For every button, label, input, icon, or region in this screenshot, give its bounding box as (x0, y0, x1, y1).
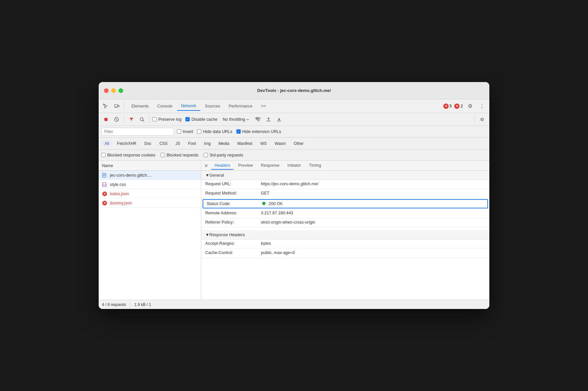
maximize-button[interactable] (119, 88, 123, 93)
throttling-select[interactable]: No throttling (221, 116, 251, 122)
hide-extension-urls-checkbox[interactable]: ✓ (236, 129, 241, 134)
blocked-cookies-checkbox[interactable] (101, 153, 106, 157)
device-icon-btn[interactable] (113, 102, 121, 110)
general-section-header[interactable]: ▼General (201, 171, 489, 180)
file-list-panel: Name jec-cors-demo.glitch.... (99, 161, 201, 300)
header-row-accept-ranges: Accept-Ranges: bytes (201, 239, 489, 249)
blocked-cookies-label[interactable]: Blocked response cookies (101, 153, 155, 157)
tab-more[interactable]: >> (257, 102, 270, 110)
close-button[interactable] (104, 88, 109, 93)
tab-initiator[interactable]: Initiator (284, 162, 304, 170)
third-party-checkbox[interactable] (204, 153, 208, 157)
type-chip-other[interactable]: Other (290, 141, 307, 147)
record-button[interactable]: ⏺ (101, 115, 111, 124)
minimize-button[interactable] (111, 88, 116, 93)
tab-network[interactable]: Network (177, 102, 200, 111)
tab-response[interactable]: Response (258, 162, 283, 170)
devtools-window: DevTools - jec-cors-demo.glitch.me/ Elem… (99, 82, 489, 309)
data-size: 1.9 kB / 1 (134, 302, 151, 307)
toolbar: ⏺ Preserve log ✓ Disable cache (99, 113, 489, 126)
tab-sources[interactable]: Sources (201, 102, 224, 110)
title-bar: DevTools - jec-cors-demo.glitch.me/ (99, 82, 489, 99)
headers-content: ▼General Request URL: https://jec-cors-d… (201, 171, 489, 258)
filter-input[interactable] (101, 128, 174, 136)
file-item-1[interactable]: jec-cors-demo.glitch.... (99, 171, 201, 180)
file-item-4[interactable]: ✕ dummy.json (99, 198, 201, 208)
response-headers-section-header[interactable]: ▼Response Headers (201, 230, 489, 239)
file-name-2: style.css (110, 182, 126, 187)
file-icon-1 (102, 173, 107, 178)
filter-funnel-icon[interactable] (127, 115, 136, 124)
hide-extension-urls-label[interactable]: ✓ Hide extension URLs (236, 129, 281, 134)
error-icon-1: ✕ (443, 104, 449, 109)
filter-options: Invert Hide data URLs ✓ Hide extension U… (177, 129, 281, 134)
file-icon-4: ✕ (102, 200, 107, 206)
search-icon[interactable] (137, 115, 147, 124)
file-icon-3: ✕ (102, 191, 107, 196)
hide-data-urls-checkbox[interactable] (197, 129, 201, 134)
nav-icons (101, 102, 124, 110)
disable-cache-label[interactable]: ✓ Disable cache (185, 117, 218, 122)
type-filter-row: All Fetch/XHR Doc CSS JS Font Img Media … (99, 138, 489, 150)
tab-performance[interactable]: Performance (225, 102, 257, 110)
type-chip-img[interactable]: Img (201, 141, 214, 147)
type-chip-css[interactable]: CSS (156, 141, 171, 147)
invert-checkbox[interactable] (177, 129, 181, 134)
tab-elements[interactable]: Elements (127, 102, 153, 110)
preserve-log-label[interactable]: Preserve log (152, 117, 181, 122)
header-row-cache-control: Cache-Control: public, max-age=0 (201, 249, 489, 258)
type-chip-doc[interactable]: Doc (141, 141, 155, 147)
file-item-2[interactable]: #css style.css (99, 180, 201, 189)
tab-timing[interactable]: Timing (306, 162, 324, 170)
hide-data-urls-label[interactable]: Hide data URLs (197, 129, 232, 134)
blocked-requests-checkbox[interactable] (161, 153, 165, 157)
type-chip-js[interactable]: JS (172, 141, 183, 147)
header-key-request-method: Request Method: (205, 191, 258, 195)
type-chip-fetch-xhr[interactable]: Fetch/XHR (114, 141, 140, 147)
file-item-3[interactable]: ✕ todos.json (99, 189, 201, 198)
header-key-status-code: Status Code: (207, 201, 260, 206)
cursor-icon-btn[interactable] (101, 102, 110, 110)
svg-line-7 (143, 120, 144, 121)
status-dot (262, 202, 266, 205)
tab-console[interactable]: Console (153, 102, 176, 110)
headers-panel: ✕ Headers Preview Response Initiator Tim… (201, 161, 489, 300)
preserve-log-checkbox[interactable] (152, 117, 157, 121)
upload-icon[interactable] (264, 115, 273, 124)
disable-cache-checkbox[interactable]: ✓ (185, 117, 190, 121)
type-chip-ws[interactable]: WS (257, 141, 270, 147)
clear-button[interactable] (112, 115, 121, 124)
type-chip-manifest[interactable]: Manifest (234, 141, 256, 147)
nav-right: ✕ 5 ✕ 2 ⚙ ⋮ (443, 102, 487, 111)
header-row-request-url: Request URL: https://jec-cors-demo.glitc… (201, 180, 489, 189)
toolbar-divider-1 (124, 116, 124, 123)
headers-tabs-bar: ✕ Headers Preview Response Initiator Tim… (201, 161, 489, 171)
svg-rect-11 (277, 121, 281, 121)
tab-headers[interactable]: Headers (211, 162, 233, 170)
svg-rect-1 (115, 105, 118, 107)
type-chip-font[interactable]: Font (185, 141, 199, 147)
type-chip-media[interactable]: Media (215, 141, 233, 147)
third-party-label[interactable]: 3rd-party requests (204, 153, 243, 157)
svg-rect-0 (103, 104, 104, 105)
invert-label[interactable]: Invert (177, 129, 193, 134)
wifi-icon[interactable] (253, 115, 263, 124)
file-name-1: jec-cors-demo.glitch.... (110, 173, 152, 178)
more-options-icon[interactable]: ⋮ (477, 102, 487, 111)
close-panel-button[interactable]: ✕ (203, 162, 210, 169)
header-value-accept-ranges: bytes (261, 241, 271, 246)
tab-preview[interactable]: Preview (235, 162, 256, 170)
type-chip-wasm[interactable]: Wasm (271, 141, 289, 147)
type-chip-all[interactable]: All (101, 141, 112, 147)
header-value-request-url: https://jec-cors-demo.glitch.me/ (261, 182, 318, 186)
blocked-requests-label[interactable]: Blocked requests (161, 153, 198, 157)
window-title: DevTools - jec-cors-demo.glitch.me/ (257, 88, 331, 93)
header-key-request-url: Request URL: (205, 182, 258, 186)
download-icon[interactable] (274, 115, 284, 124)
network-settings-icon[interactable]: ⚙ (477, 115, 487, 124)
svg-rect-2 (118, 105, 119, 107)
file-name-3: todos.json (110, 192, 129, 196)
main-nav: Elements Console Network Sources Perform… (99, 99, 489, 113)
file-list-header: Name (99, 161, 201, 171)
settings-gear-icon[interactable]: ⚙ (466, 102, 475, 111)
